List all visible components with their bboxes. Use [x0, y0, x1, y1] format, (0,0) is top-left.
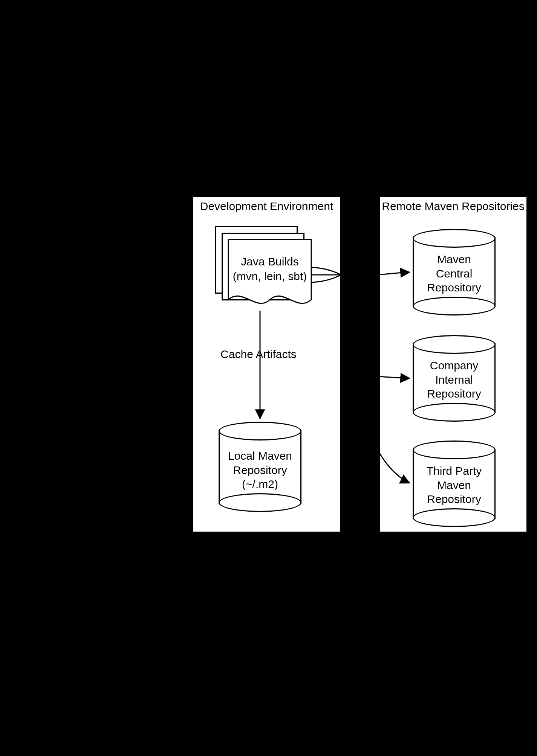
local-repo-line3: (~/.m2)	[242, 478, 278, 490]
cylinder-maven-central: Maven Central Repository	[413, 229, 496, 316]
company-line3: Repository	[427, 387, 481, 400]
cache-artifacts-label: Cache Artifacts	[217, 346, 300, 362]
cylinder-local-maven: Local Maven Repository (~/.m2)	[219, 422, 301, 512]
cylinder-third-party: Third Party Maven Repository	[413, 440, 496, 527]
company-line1: Company	[430, 359, 478, 372]
company-line2: Internal	[435, 373, 473, 386]
java-builds-line1: Java Builds	[241, 255, 298, 268]
java-builds-line2: (mvn, lein, sbt)	[233, 270, 307, 282]
diagram-canvas: Development Environment Remote Maven Rep…	[0, 0, 537, 756]
java-builds-label: Java Builds (mvn, lein, sbt)	[228, 254, 311, 284]
maven-central-line3: Repository	[427, 281, 481, 294]
local-repo-line1: Local Maven	[228, 450, 292, 462]
third-line2: Maven	[437, 479, 471, 491]
local-repo-line2: Repository	[233, 464, 287, 476]
maven-central-line1: Maven	[437, 253, 471, 265]
cylinder-company-internal: Company Internal Repository	[413, 335, 496, 422]
dev-env-title: Development Environment	[193, 200, 340, 213]
third-line3: Repository	[427, 493, 481, 505]
maven-central-line2: Central	[436, 267, 473, 280]
remote-repos-title: Remote Maven Repositories	[380, 200, 526, 213]
third-line1: Third Party	[427, 465, 482, 477]
